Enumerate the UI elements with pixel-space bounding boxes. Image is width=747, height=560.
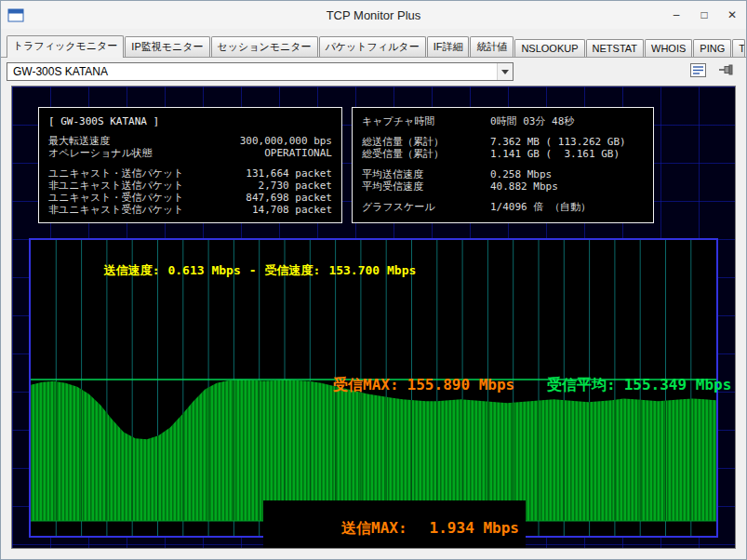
tab-nslookup[interactable]: NSLOOKUP (514, 39, 584, 57)
rx-max-label: 受信MAX: (333, 376, 399, 393)
stat-value: 1.141 GB ( 3.161 GB) (490, 148, 620, 160)
stat-value: 40.882 Mbps (490, 180, 558, 193)
tab-statistics[interactable]: 統計値 (470, 36, 514, 57)
speed-separator: - (249, 263, 257, 277)
rx-speed-value: 153.700 Mbps (328, 263, 416, 277)
tab-strip: トラフィックモニター IP監視モニター セッションモニター パケットフィルター … (1, 29, 746, 57)
stat-row: 平均受信速度40.882 Mbps (362, 180, 644, 193)
tab-ip-monitor[interactable]: IP監視モニター (125, 36, 209, 57)
stat-row: グラフスケール1/4096 倍 （自動） (362, 201, 644, 213)
stat-value: 1/4096 倍 （自動） (490, 201, 591, 213)
pin-icon (718, 63, 735, 80)
close-button[interactable]: ✕ (718, 1, 746, 29)
always-on-top-pin-button[interactable] (716, 62, 737, 81)
rx-avg-readout: 受信平均:155.349 Mbps (475, 358, 731, 413)
interface-list-button[interactable] (687, 62, 708, 81)
adapter-select[interactable]: GW-300S KATANA (7, 62, 514, 81)
stat-label: 非ユニキャスト送信パケット (48, 180, 193, 192)
stat-row: ユニキャスト・受信パケット847,698 packet (48, 192, 332, 204)
tx-max-value: 1.934 Mbps (430, 519, 519, 537)
window-title: TCP Monitor Plus (1, 8, 746, 22)
tab-session-monitor[interactable]: セッションモニター (211, 36, 318, 57)
stat-value: 2,730 packet (193, 180, 332, 192)
interface-stats-panel: [ GW-300S KATANA ] 最大転送速度300,000,000 bps… (38, 107, 342, 223)
tab-netstat[interactable]: NETSTAT (586, 39, 644, 57)
maximize-button[interactable]: □ (690, 1, 718, 29)
stat-value: 14,708 packet (193, 204, 332, 216)
tab-packet-filter[interactable]: パケットフィルター (319, 36, 426, 57)
stat-value: 847,698 packet (193, 192, 332, 204)
stat-label: グラフスケール (362, 201, 490, 213)
stat-label: 非ユニキャスト受信パケット (48, 204, 193, 216)
capture-stats-panel: キャプチャ時間0時間 03分 48秒 総送信量（累計）7.362 MB ( 11… (352, 107, 654, 223)
stat-value: OPERATIONAL (193, 147, 332, 159)
toolbar: GW-300S KATANA (1, 57, 746, 86)
stat-label: 総送信量（累計） (362, 136, 490, 148)
tab-traffic-monitor[interactable]: トラフィックモニター (7, 35, 124, 58)
tx-max-label: 送信MAX: (341, 519, 407, 537)
stat-row: オペレーショナル状態OPERATIONAL (48, 147, 332, 159)
interface-panel-title: [ GW-300S KATANA ] (48, 115, 332, 127)
stat-label: 総受信量（累計） (362, 148, 490, 160)
minimize-button[interactable]: – (662, 1, 690, 29)
adapter-select-value: GW-300S KATANA (13, 65, 108, 78)
app-icon (7, 8, 24, 22)
stat-row: 非ユニキャスト送信パケット2,730 packet (48, 180, 332, 192)
rx-avg-label: 受信平均: (547, 376, 616, 393)
title-bar: TCP Monitor Plus – □ ✕ (1, 1, 746, 29)
tx-speed-label: 送信速度: (104, 263, 160, 277)
stat-label: 平均送信速度 (362, 168, 490, 180)
stat-row: 総受信量（累計）1.141 GB ( 3.161 GB) (362, 148, 644, 160)
stat-value: 7.362 MB ( 113.262 GB) (490, 136, 626, 148)
stat-label: 平均受信速度 (362, 180, 490, 193)
stat-label: ユニキャスト・受信パケット (48, 192, 193, 204)
tab-if-detail[interactable]: IF詳細 (427, 36, 470, 57)
current-speed-readout: 送信速度:0.613 Mbps-受信速度:153.700 Mbps (46, 248, 416, 293)
stat-value: 0時間 03分 48秒 (490, 115, 574, 127)
tab-ping[interactable]: PING (693, 39, 731, 57)
stat-row: キャプチャ時間0時間 03分 48秒 (362, 115, 644, 127)
stat-value: 0.258 Mbps (490, 168, 552, 180)
stat-row: 非ユニキャスト受信パケット14,708 packet (48, 204, 332, 216)
rx-avg-value: 155.349 Mbps (624, 376, 732, 393)
stat-label: オペレーショナル状態 (48, 147, 193, 159)
tx-max-readout: 送信MAX:1.934 Mbps (263, 500, 526, 549)
tab-whois[interactable]: WHOIS (645, 39, 692, 57)
stat-row: 総送信量（累計）7.362 MB ( 113.262 GB) (362, 136, 644, 148)
chevron-down-icon[interactable] (497, 63, 513, 80)
monitor-content-area: [ GW-300S KATANA ] 最大転送速度300,000,000 bps… (11, 86, 736, 549)
stat-row: 平均送信速度0.258 Mbps (362, 168, 644, 180)
toolbar-icons (687, 62, 737, 81)
stat-label: キャプチャ時間 (362, 115, 490, 127)
stat-value: 131,664 packet (193, 167, 332, 180)
traffic-graph: 送信速度:0.613 Mbps-受信速度:153.700 Mbps 受信MAX:… (29, 238, 718, 538)
list-icon (690, 63, 706, 81)
tab-tracert[interactable]: TRA (732, 39, 745, 57)
tx-speed-value: 0.613 Mbps (167, 263, 240, 277)
app-window: TCP Monitor Plus – □ ✕ トラフィックモニター IP監視モニ… (0, 0, 747, 560)
stat-label: ユニキャスト・送信パケット (48, 167, 193, 180)
stat-value: 300,000,000 bps (193, 135, 332, 147)
stat-row: ユニキャスト・送信パケット131,664 packet (48, 167, 332, 180)
stat-label: 最大転送速度 (48, 135, 193, 147)
window-controls: – □ ✕ (662, 1, 746, 29)
stat-row: 最大転送速度300,000,000 bps (48, 135, 332, 147)
rx-speed-label: 受信速度: (265, 263, 321, 277)
